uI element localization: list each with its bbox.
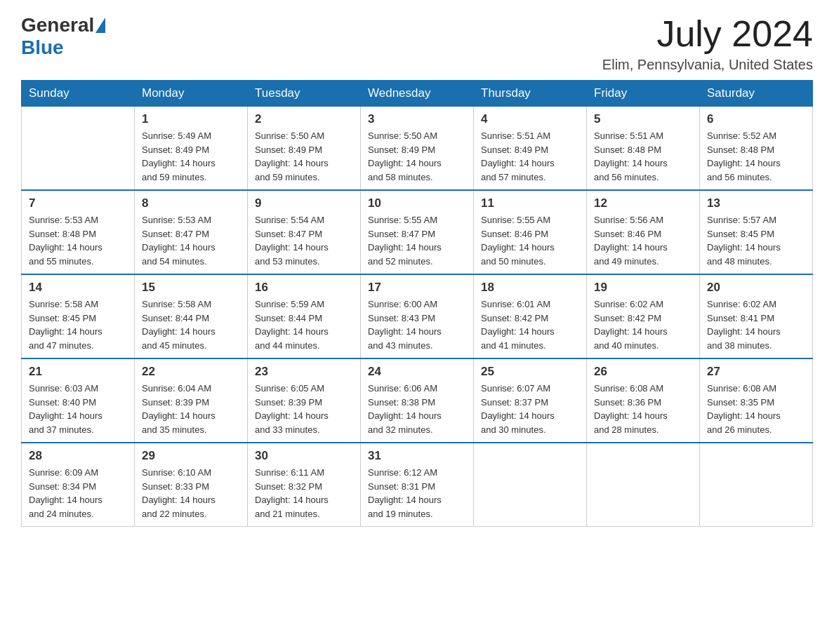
calendar-day-cell: 16Sunrise: 5:59 AMSunset: 8:44 PMDayligh… [248, 274, 361, 358]
sun-info: Sunrise: 6:01 AMSunset: 8:42 PMDaylight:… [481, 297, 579, 352]
day-of-week-header: Saturday [700, 81, 813, 107]
calendar-day-cell: 21Sunrise: 6:03 AMSunset: 8:40 PMDayligh… [22, 358, 135, 443]
sun-info: Sunrise: 6:08 AMSunset: 8:35 PMDaylight:… [707, 382, 805, 436]
day-number: 23 [255, 365, 353, 379]
day-number: 20 [707, 281, 805, 295]
day-number: 17 [368, 281, 466, 295]
calendar-day-cell: 6Sunrise: 5:52 AMSunset: 8:48 PMDaylight… [700, 107, 813, 191]
calendar-week-row: 14Sunrise: 5:58 AMSunset: 8:45 PMDayligh… [22, 274, 813, 358]
calendar-week-row: 7Sunrise: 5:53 AMSunset: 8:48 PMDaylight… [22, 190, 813, 274]
sun-info: Sunrise: 5:49 AMSunset: 8:49 PMDaylight:… [142, 129, 240, 184]
sun-info: Sunrise: 6:08 AMSunset: 8:36 PMDaylight:… [594, 382, 692, 436]
day-number: 21 [29, 365, 127, 379]
calendar-day-cell: 7Sunrise: 5:53 AMSunset: 8:48 PMDaylight… [22, 190, 135, 274]
day-number: 12 [594, 196, 692, 210]
calendar-day-cell: 8Sunrise: 5:53 AMSunset: 8:47 PMDaylight… [135, 190, 248, 274]
logo-triangle-icon [95, 18, 105, 33]
page-header: General Blue July 2024 Elim, Pennsylvani… [21, 14, 813, 73]
sun-info: Sunrise: 6:09 AMSunset: 8:34 PMDaylight:… [29, 466, 127, 521]
sun-info: Sunrise: 6:00 AMSunset: 8:43 PMDaylight:… [368, 297, 466, 352]
calendar-day-cell: 2Sunrise: 5:50 AMSunset: 8:49 PMDaylight… [248, 107, 361, 191]
sun-info: Sunrise: 6:10 AMSunset: 8:33 PMDaylight:… [142, 466, 240, 521]
sun-info: Sunrise: 5:53 AMSunset: 8:48 PMDaylight:… [29, 213, 127, 268]
calendar-day-cell: 26Sunrise: 6:08 AMSunset: 8:36 PMDayligh… [587, 358, 700, 443]
calendar-day-cell: 18Sunrise: 6:01 AMSunset: 8:42 PMDayligh… [474, 274, 587, 358]
day-number: 7 [29, 196, 127, 210]
calendar-week-row: 21Sunrise: 6:03 AMSunset: 8:40 PMDayligh… [22, 358, 813, 443]
day-number: 5 [594, 112, 692, 126]
calendar-day-cell [587, 443, 700, 527]
calendar-day-cell: 10Sunrise: 5:55 AMSunset: 8:47 PMDayligh… [361, 190, 474, 274]
sun-info: Sunrise: 5:58 AMSunset: 8:44 PMDaylight:… [142, 297, 240, 352]
location-subtitle: Elim, Pennsylvania, United States [602, 57, 813, 73]
title-block: July 2024 Elim, Pennsylvania, United Sta… [602, 14, 813, 73]
day-number: 15 [142, 281, 240, 295]
calendar-day-cell: 31Sunrise: 6:12 AMSunset: 8:31 PMDayligh… [361, 443, 474, 527]
calendar-day-cell: 17Sunrise: 6:00 AMSunset: 8:43 PMDayligh… [361, 274, 474, 358]
calendar-day-cell: 14Sunrise: 5:58 AMSunset: 8:45 PMDayligh… [22, 274, 135, 358]
day-number: 25 [481, 365, 579, 379]
calendar-day-cell: 20Sunrise: 6:02 AMSunset: 8:41 PMDayligh… [700, 274, 813, 358]
day-of-week-header: Tuesday [248, 81, 361, 107]
logo-general-text: General [21, 14, 94, 36]
day-number: 11 [481, 196, 579, 210]
calendar-day-cell: 24Sunrise: 6:06 AMSunset: 8:38 PMDayligh… [361, 358, 474, 443]
calendar-day-cell: 30Sunrise: 6:11 AMSunset: 8:32 PMDayligh… [248, 443, 361, 527]
day-number: 8 [142, 196, 240, 210]
day-number: 22 [142, 365, 240, 379]
calendar-day-cell: 25Sunrise: 6:07 AMSunset: 8:37 PMDayligh… [474, 358, 587, 443]
sun-info: Sunrise: 5:51 AMSunset: 8:48 PMDaylight:… [594, 129, 692, 184]
day-number: 14 [29, 281, 127, 295]
sun-info: Sunrise: 6:02 AMSunset: 8:41 PMDaylight:… [707, 297, 805, 352]
calendar-day-cell: 5Sunrise: 5:51 AMSunset: 8:48 PMDaylight… [587, 107, 700, 191]
sun-info: Sunrise: 5:58 AMSunset: 8:45 PMDaylight:… [29, 297, 127, 352]
sun-info: Sunrise: 5:57 AMSunset: 8:45 PMDaylight:… [707, 213, 805, 268]
calendar-day-cell: 4Sunrise: 5:51 AMSunset: 8:49 PMDaylight… [474, 107, 587, 191]
day-number: 10 [368, 196, 466, 210]
calendar-day-cell: 1Sunrise: 5:49 AMSunset: 8:49 PMDaylight… [135, 107, 248, 191]
day-number: 30 [255, 449, 353, 463]
sun-info: Sunrise: 6:04 AMSunset: 8:39 PMDaylight:… [142, 382, 240, 436]
month-year-title: July 2024 [602, 14, 813, 54]
day-number: 3 [368, 112, 466, 126]
day-of-week-header: Sunday [22, 81, 135, 107]
calendar-day-cell: 29Sunrise: 6:10 AMSunset: 8:33 PMDayligh… [135, 443, 248, 527]
day-number: 1 [142, 112, 240, 126]
day-number: 9 [255, 196, 353, 210]
calendar-day-cell: 12Sunrise: 5:56 AMSunset: 8:46 PMDayligh… [587, 190, 700, 274]
sun-info: Sunrise: 5:54 AMSunset: 8:47 PMDaylight:… [255, 213, 353, 268]
calendar-day-cell [22, 107, 135, 191]
day-number: 16 [255, 281, 353, 295]
day-number: 24 [368, 365, 466, 379]
day-number: 31 [368, 449, 466, 463]
calendar-day-cell: 19Sunrise: 6:02 AMSunset: 8:42 PMDayligh… [587, 274, 700, 358]
calendar-day-cell [474, 443, 587, 527]
sun-info: Sunrise: 6:05 AMSunset: 8:39 PMDaylight:… [255, 382, 353, 436]
sun-info: Sunrise: 6:12 AMSunset: 8:31 PMDaylight:… [368, 466, 466, 521]
day-number: 18 [481, 281, 579, 295]
calendar-day-cell: 13Sunrise: 5:57 AMSunset: 8:45 PMDayligh… [700, 190, 813, 274]
calendar-day-cell: 11Sunrise: 5:55 AMSunset: 8:46 PMDayligh… [474, 190, 587, 274]
sun-info: Sunrise: 6:03 AMSunset: 8:40 PMDaylight:… [29, 382, 127, 436]
sun-info: Sunrise: 5:50 AMSunset: 8:49 PMDaylight:… [255, 129, 353, 184]
logo-blue-text: Blue [21, 36, 64, 59]
sun-info: Sunrise: 5:51 AMSunset: 8:49 PMDaylight:… [481, 129, 579, 184]
day-number: 29 [142, 449, 240, 463]
day-number: 6 [707, 112, 805, 126]
calendar-day-cell: 22Sunrise: 6:04 AMSunset: 8:39 PMDayligh… [135, 358, 248, 443]
calendar-day-cell: 3Sunrise: 5:50 AMSunset: 8:49 PMDaylight… [361, 107, 474, 191]
logo: General Blue [21, 14, 107, 59]
day-number: 26 [594, 365, 692, 379]
sun-info: Sunrise: 5:52 AMSunset: 8:48 PMDaylight:… [707, 129, 805, 184]
sun-info: Sunrise: 6:02 AMSunset: 8:42 PMDaylight:… [594, 297, 692, 352]
day-of-week-header: Monday [135, 81, 248, 107]
sun-info: Sunrise: 5:55 AMSunset: 8:46 PMDaylight:… [481, 213, 579, 268]
calendar-day-cell: 28Sunrise: 6:09 AMSunset: 8:34 PMDayligh… [22, 443, 135, 527]
day-of-week-header: Thursday [474, 81, 587, 107]
day-of-week-header: Wednesday [361, 81, 474, 107]
day-number: 27 [707, 365, 805, 379]
calendar-day-cell: 9Sunrise: 5:54 AMSunset: 8:47 PMDaylight… [248, 190, 361, 274]
sun-info: Sunrise: 6:07 AMSunset: 8:37 PMDaylight:… [481, 382, 579, 436]
calendar-header-row: SundayMondayTuesdayWednesdayThursdayFrid… [22, 81, 813, 107]
day-number: 4 [481, 112, 579, 126]
